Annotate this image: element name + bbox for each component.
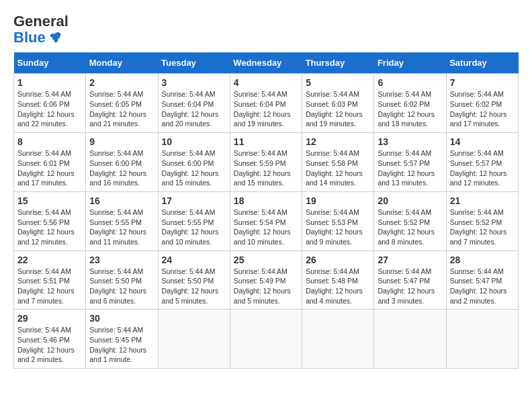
calendar-cell: 2Sunrise: 5:44 AMSunset: 6:05 PMDaylight… (86, 74, 158, 133)
day-info: Sunrise: 5:44 AMSunset: 5:46 PMDaylight:… (17, 325, 82, 365)
day-info: Sunrise: 5:44 AMSunset: 5:50 PMDaylight:… (89, 267, 154, 306)
day-number: 4 (234, 77, 298, 88)
calendar-cell (230, 310, 302, 369)
calendar-cell: 22Sunrise: 5:44 AMSunset: 5:51 PMDayligh… (14, 250, 86, 310)
day-number: 30 (89, 313, 154, 324)
calendar-cell: 12Sunrise: 5:44 AMSunset: 5:58 PMDayligh… (302, 133, 374, 192)
day-number: 15 (17, 195, 82, 206)
calendar-cell: 30Sunrise: 5:44 AMSunset: 5:45 PMDayligh… (86, 310, 158, 369)
logo-blue-text: Blue (13, 30, 46, 46)
calendar-cell: 28Sunrise: 5:44 AMSunset: 5:47 PMDayligh… (446, 250, 518, 310)
day-number: 28 (450, 255, 515, 265)
header-saturday: Saturday (446, 52, 518, 74)
day-info: Sunrise: 5:44 AMSunset: 6:01 PMDaylight:… (17, 148, 82, 188)
day-number: 29 (17, 313, 82, 324)
day-info: Sunrise: 5:44 AMSunset: 6:06 PMDaylight:… (17, 89, 82, 129)
day-info: Sunrise: 5:44 AMSunset: 5:53 PMDaylight:… (306, 208, 370, 247)
calendar-cell: 23Sunrise: 5:44 AMSunset: 5:50 PMDayligh… (86, 250, 158, 310)
day-number: 18 (234, 195, 298, 206)
day-info: Sunrise: 5:44 AMSunset: 5:48 PMDaylight:… (306, 267, 370, 306)
header-monday: Monday (86, 52, 158, 74)
day-info: Sunrise: 5:44 AMSunset: 5:55 PMDaylight:… (89, 208, 154, 247)
header-tuesday: Tuesday (158, 52, 230, 74)
calendar-cell: 27Sunrise: 5:44 AMSunset: 5:47 PMDayligh… (374, 250, 446, 310)
day-number: 12 (306, 136, 370, 147)
calendar-cell: 8Sunrise: 5:44 AMSunset: 6:01 PMDaylight… (14, 133, 86, 192)
calendar-cell: 5Sunrise: 5:44 AMSunset: 6:03 PMDaylight… (302, 74, 374, 133)
day-number: 3 (162, 77, 226, 88)
day-number: 26 (306, 255, 370, 265)
calendar-cell: 16Sunrise: 5:44 AMSunset: 5:55 PMDayligh… (86, 191, 158, 250)
calendar-cell: 13Sunrise: 5:44 AMSunset: 5:57 PMDayligh… (374, 133, 446, 192)
day-number: 27 (378, 255, 442, 265)
day-info: Sunrise: 5:44 AMSunset: 5:50 PMDaylight:… (162, 267, 226, 306)
day-number: 20 (378, 195, 442, 206)
calendar-header-row: SundayMondayTuesdayWednesdayThursdayFrid… (14, 52, 519, 74)
calendar-cell: 21Sunrise: 5:44 AMSunset: 5:52 PMDayligh… (446, 191, 518, 250)
day-number: 14 (450, 136, 515, 147)
day-info: Sunrise: 5:44 AMSunset: 6:00 PMDaylight:… (162, 148, 226, 188)
calendar-week-row: 8Sunrise: 5:44 AMSunset: 6:01 PMDaylight… (14, 133, 519, 192)
day-info: Sunrise: 5:44 AMSunset: 6:02 PMDaylight:… (378, 89, 442, 129)
logo-text: General Blue (13, 13, 69, 46)
day-info: Sunrise: 5:44 AMSunset: 5:51 PMDaylight:… (17, 267, 82, 306)
day-number: 6 (378, 77, 442, 88)
day-info: Sunrise: 5:44 AMSunset: 5:57 PMDaylight:… (450, 148, 515, 188)
day-number: 23 (89, 255, 154, 265)
day-number: 8 (17, 136, 82, 147)
day-info: Sunrise: 5:44 AMSunset: 5:49 PMDaylight:… (234, 267, 298, 306)
calendar-cell: 7Sunrise: 5:44 AMSunset: 6:02 PMDaylight… (446, 74, 518, 133)
day-info: Sunrise: 5:44 AMSunset: 5:58 PMDaylight:… (306, 148, 370, 188)
day-info: Sunrise: 5:44 AMSunset: 5:59 PMDaylight:… (234, 148, 298, 188)
day-number: 16 (89, 195, 154, 206)
day-number: 11 (234, 136, 298, 147)
day-number: 10 (162, 136, 226, 147)
day-info: Sunrise: 5:44 AMSunset: 6:02 PMDaylight:… (450, 89, 515, 129)
calendar-cell (158, 310, 230, 369)
logo-bird-icon (48, 30, 62, 45)
day-info: Sunrise: 5:44 AMSunset: 6:03 PMDaylight:… (306, 89, 370, 129)
day-info: Sunrise: 5:44 AMSunset: 6:00 PMDaylight:… (89, 148, 154, 188)
calendar-table: SundayMondayTuesdayWednesdayThursdayFrid… (13, 52, 519, 369)
header-thursday: Thursday (302, 52, 374, 74)
day-number: 21 (450, 195, 515, 206)
day-info: Sunrise: 5:44 AMSunset: 5:56 PMDaylight:… (17, 208, 82, 247)
calendar-week-row: 22Sunrise: 5:44 AMSunset: 5:51 PMDayligh… (14, 250, 519, 310)
day-info: Sunrise: 5:44 AMSunset: 6:05 PMDaylight:… (89, 89, 154, 129)
calendar-cell: 18Sunrise: 5:44 AMSunset: 5:54 PMDayligh… (230, 191, 302, 250)
day-number: 9 (89, 136, 154, 147)
day-info: Sunrise: 5:44 AMSunset: 5:54 PMDaylight:… (234, 208, 298, 247)
day-info: Sunrise: 5:44 AMSunset: 5:55 PMDaylight:… (162, 208, 226, 247)
calendar-cell (374, 310, 446, 369)
day-number: 2 (89, 77, 154, 88)
day-info: Sunrise: 5:44 AMSunset: 5:52 PMDaylight:… (450, 208, 515, 247)
calendar-cell: 25Sunrise: 5:44 AMSunset: 5:49 PMDayligh… (230, 250, 302, 310)
day-number: 7 (450, 77, 515, 88)
header-friday: Friday (374, 52, 446, 74)
day-info: Sunrise: 5:44 AMSunset: 5:47 PMDaylight:… (378, 267, 442, 306)
page-header: General Blue (13, 13, 519, 46)
calendar-week-row: 15Sunrise: 5:44 AMSunset: 5:56 PMDayligh… (14, 191, 519, 250)
calendar-cell: 9Sunrise: 5:44 AMSunset: 6:00 PMDaylight… (86, 133, 158, 192)
calendar-week-row: 1Sunrise: 5:44 AMSunset: 6:06 PMDaylight… (14, 74, 519, 133)
calendar-cell: 1Sunrise: 5:44 AMSunset: 6:06 PMDaylight… (14, 74, 86, 133)
calendar-cell: 26Sunrise: 5:44 AMSunset: 5:48 PMDayligh… (302, 250, 374, 310)
calendar-cell: 11Sunrise: 5:44 AMSunset: 5:59 PMDayligh… (230, 133, 302, 192)
calendar-cell: 29Sunrise: 5:44 AMSunset: 5:46 PMDayligh… (14, 310, 86, 369)
day-info: Sunrise: 5:44 AMSunset: 5:45 PMDaylight:… (89, 325, 154, 365)
day-number: 25 (234, 255, 298, 265)
calendar-cell: 19Sunrise: 5:44 AMSunset: 5:53 PMDayligh… (302, 191, 374, 250)
calendar-cell: 15Sunrise: 5:44 AMSunset: 5:56 PMDayligh… (14, 191, 86, 250)
header-sunday: Sunday (14, 52, 86, 74)
header-wednesday: Wednesday (230, 52, 302, 74)
logo-general: General (13, 13, 69, 30)
calendar-cell: 4Sunrise: 5:44 AMSunset: 6:04 PMDaylight… (230, 74, 302, 133)
day-info: Sunrise: 5:44 AMSunset: 5:47 PMDaylight:… (450, 267, 515, 306)
day-info: Sunrise: 5:44 AMSunset: 6:04 PMDaylight:… (162, 89, 226, 129)
logo: General Blue (13, 13, 69, 46)
calendar-cell: 17Sunrise: 5:44 AMSunset: 5:55 PMDayligh… (158, 191, 230, 250)
day-info: Sunrise: 5:44 AMSunset: 5:52 PMDaylight:… (378, 208, 442, 247)
day-number: 13 (378, 136, 442, 147)
calendar-cell (446, 310, 518, 369)
calendar-cell: 3Sunrise: 5:44 AMSunset: 6:04 PMDaylight… (158, 74, 230, 133)
